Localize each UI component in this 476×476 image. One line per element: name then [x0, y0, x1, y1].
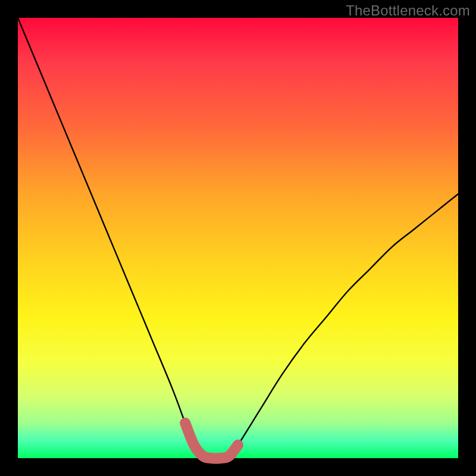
- plot-area: [18, 18, 458, 458]
- flat-band: [185, 423, 238, 459]
- watermark-text: TheBottleneck.com: [346, 2, 470, 19]
- bottleneck-curve: [18, 18, 458, 459]
- curve-svg: [18, 18, 458, 458]
- chart-frame: TheBottleneck.com: [0, 0, 476, 476]
